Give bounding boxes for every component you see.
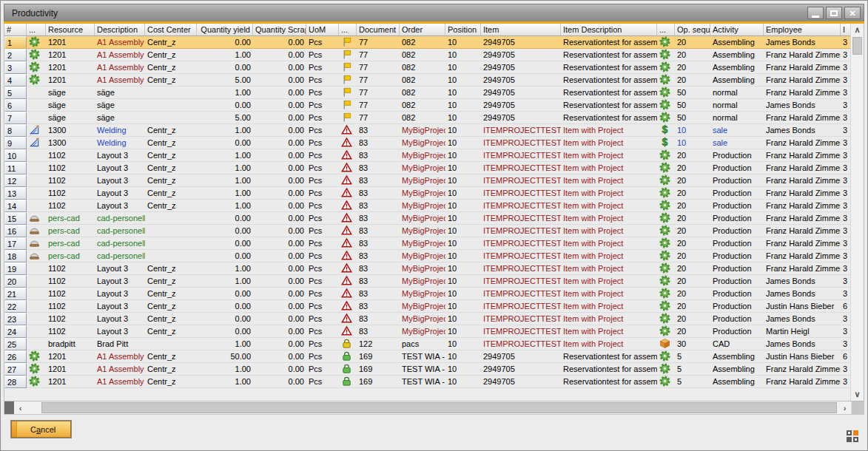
table-row[interactable]: 25bradpittBrad Pitt1.000.00Pcs122pacs10I… — [4, 338, 850, 350]
column-header-qs[interactable]: Quantity Scrap — [253, 24, 306, 36]
cell-qy[interactable]: 0.00 — [197, 99, 253, 112]
table-row[interactable]: 16pers-cadcad-personell0.000.00Pcs83MyBi… — [4, 225, 850, 237]
cell-op[interactable]: 20 — [675, 61, 710, 74]
cell-res[interactable]: 1201 — [46, 350, 95, 363]
cell-idesc[interactable]: Item with Project — [561, 124, 657, 137]
cell-ord[interactable]: MyBigProject — [400, 262, 445, 275]
table-row[interactable]: 15pers-cadcad-personell0.000.00Pcs83MyBi… — [4, 212, 850, 225]
cell-ri[interactable] — [27, 325, 46, 338]
cell-emp[interactable]: Franz Harald Zimmerma — [764, 74, 841, 87]
cell-qy[interactable]: 0.00 — [197, 137, 253, 149]
cell-qy[interactable]: 1.00 — [197, 376, 253, 388]
cell-num[interactable]: 3 — [4, 61, 27, 74]
cell-item[interactable]: ITEMPROJECTTEST — [481, 300, 561, 313]
cell-doc[interactable]: 77 — [357, 36, 400, 49]
cell-doc[interactable]: 83 — [357, 225, 400, 237]
cell-oi[interactable] — [657, 237, 675, 250]
cell-qy[interactable]: 1.00 — [197, 49, 253, 61]
cell-ord[interactable]: MyBigProject — [400, 200, 445, 212]
cell-ord[interactable]: MyBigProject — [400, 212, 445, 225]
cell-oi[interactable] — [657, 325, 675, 338]
table-row[interactable]: 31201A1 AssemblyCentr_z0.000.00Pcs770821… — [4, 61, 850, 74]
cell-res[interactable]: 1102 — [46, 300, 95, 313]
cell-cc[interactable]: Centr_z — [145, 300, 197, 313]
cell-cc[interactable] — [145, 338, 197, 350]
table-row[interactable]: 6sägesäge0.000.00Pcs77082102949705Reserv… — [4, 99, 850, 112]
cell-op[interactable]: 20 — [675, 250, 710, 262]
cell-di[interactable] — [339, 36, 357, 49]
cell-di[interactable] — [339, 275, 357, 288]
cell-ord[interactable]: MyBigProject — [400, 325, 445, 338]
cell-di[interactable] — [339, 338, 357, 350]
cell-act[interactable]: Production — [710, 300, 764, 313]
cell-doc[interactable]: 83 — [357, 162, 400, 174]
cell-pos[interactable]: 10 — [445, 250, 481, 262]
cell-uom[interactable]: Pcs — [306, 300, 339, 313]
cell-qs[interactable]: 0.00 — [253, 300, 306, 313]
cell-ri[interactable] — [27, 112, 46, 124]
cell-frag[interactable]: 3 — [841, 325, 850, 338]
cell-item[interactable]: ITEMPROJECTTEST — [481, 225, 561, 237]
cell-ord[interactable]: MyBigProject — [400, 275, 445, 288]
cell-act[interactable]: sale — [710, 137, 764, 149]
cell-ri[interactable] — [27, 149, 46, 162]
cell-qy[interactable]: 0.00 — [197, 237, 253, 250]
table-row[interactable]: 201102Layout 3Centr_z1.000.00Pcs83MyBigP… — [4, 275, 850, 288]
horizontal-scrollbar-track[interactable] — [27, 401, 838, 414]
cell-desc[interactable]: A1 Assembly — [95, 376, 145, 388]
cell-op[interactable]: 20 — [675, 212, 710, 225]
cell-desc[interactable]: A1 Assembly — [95, 350, 145, 363]
cell-emp[interactable]: Franz Harald Zimmerma — [764, 237, 841, 250]
cell-qs[interactable]: 0.00 — [253, 99, 306, 112]
cell-di[interactable] — [339, 363, 357, 376]
cell-desc[interactable]: A1 Assembly — [95, 49, 145, 61]
cell-cc[interactable]: Centr_z — [145, 275, 197, 288]
cell-pos[interactable]: 10 — [445, 137, 481, 149]
column-header-ord[interactable]: Order — [400, 24, 445, 36]
cell-doc[interactable]: 83 — [357, 200, 400, 212]
table-row[interactable]: 91300WeldingCentr_z0.000.00Pcs83MyBigPro… — [4, 137, 850, 149]
cell-op[interactable]: 50 — [675, 87, 710, 99]
cell-op[interactable]: 50 — [675, 99, 710, 112]
cell-num[interactable]: 15 — [4, 212, 27, 225]
cell-oi[interactable] — [657, 212, 675, 225]
column-header-doc[interactable]: Document — [357, 24, 400, 36]
cell-idesc[interactable]: Item with Project — [561, 338, 657, 350]
cell-qs[interactable]: 0.00 — [253, 174, 306, 187]
cell-oi[interactable] — [657, 275, 675, 288]
cell-uom[interactable]: Pcs — [306, 49, 339, 61]
cell-uom[interactable]: Pcs — [306, 237, 339, 250]
cell-idesc[interactable]: Item with Project — [561, 149, 657, 162]
cell-num[interactable]: 11 — [4, 162, 27, 174]
cell-uom[interactable]: Pcs — [306, 137, 339, 149]
cell-res[interactable]: 1201 — [46, 36, 95, 49]
cell-qs[interactable]: 0.00 — [253, 313, 306, 325]
cell-ri[interactable] — [27, 376, 46, 388]
cell-ord[interactable]: 082 — [400, 74, 445, 87]
cell-op[interactable]: 30 — [675, 338, 710, 350]
cell-op[interactable]: 20 — [675, 174, 710, 187]
cell-cc[interactable]: Centr_z — [145, 363, 197, 376]
cell-desc[interactable]: säge — [95, 99, 145, 112]
cell-desc[interactable]: cad-personell — [95, 212, 145, 225]
cell-op[interactable]: 50 — [675, 112, 710, 124]
cell-act[interactable]: Production — [710, 313, 764, 325]
cell-qs[interactable]: 0.00 — [253, 112, 306, 124]
cell-oi[interactable] — [657, 49, 675, 61]
cell-item[interactable]: ITEMPROJECTTEST — [481, 124, 561, 137]
cell-emp[interactable]: Justin Hans Bieber — [764, 300, 841, 313]
column-header-item[interactable]: Item — [481, 24, 561, 36]
cell-res[interactable]: säge — [46, 99, 95, 112]
table-row[interactable]: 111102Layout 3Centr_z1.000.00Pcs83MyBigP… — [4, 162, 850, 174]
table-row[interactable]: 11201A1 AssemblyCentr_z0.000.00Pcs770821… — [4, 36, 850, 49]
cell-qy[interactable]: 1.00 — [197, 338, 253, 350]
table-row[interactable]: 131102Layout 3Centr_z1.000.00Pcs83MyBigP… — [4, 187, 850, 200]
close-button[interactable]: ✕ — [844, 7, 861, 19]
cell-desc[interactable]: säge — [95, 112, 145, 124]
column-header-pos[interactable]: Position — [445, 24, 481, 36]
cell-emp[interactable]: James Bonds — [764, 275, 841, 288]
cell-cc[interactable]: Centr_z — [145, 350, 197, 363]
cell-ord[interactable]: MyBigProject — [400, 162, 445, 174]
cell-emp[interactable]: Franz Harald Zimmerma — [764, 162, 841, 174]
cell-ri[interactable] — [27, 363, 46, 376]
